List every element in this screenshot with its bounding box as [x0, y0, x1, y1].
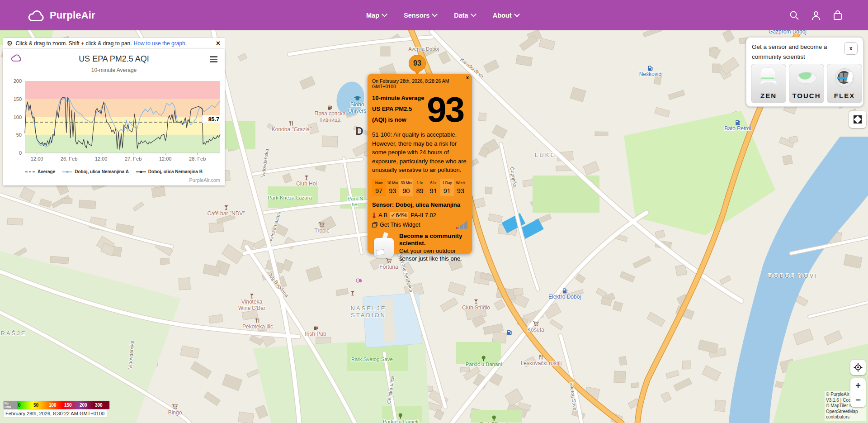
purpleair-logo[interactable]: PurpleAir	[26, 9, 95, 22]
aqi-scale: NoData 050100150200300 February 28th, 20…	[4, 401, 109, 418]
product-zen[interactable]: ZEN	[751, 64, 786, 103]
legend-item[interactable]: Doboj, ulica Nemanjina B	[136, 169, 203, 174]
legend-item[interactable]: Doboj, ulica Nemanjina A	[62, 169, 129, 174]
product-cards: ZEN TOUCH FLEX	[751, 64, 862, 103]
sensor-marker-value: 93	[409, 55, 426, 72]
no-data-label: NoData	[4, 401, 17, 409]
svg-text:200: 200	[14, 78, 22, 84]
thermometer-icon	[372, 212, 376, 219]
chart-legend: AverageDoboj, ulica Nemanjina ADoboj, ul…	[3, 169, 225, 174]
scale-segment: 300	[94, 401, 109, 409]
sensor-product-image	[372, 233, 396, 259]
get-sensor-panel: Get a sensor and become a community scie…	[746, 37, 863, 107]
fullscreen-button[interactable]	[849, 111, 866, 128]
popup-sensor-stats: A B ✓64% PA-II 7.02	[372, 212, 467, 219]
legend-item[interactable]: Average	[25, 169, 55, 174]
svg-text:50: 50	[16, 132, 22, 138]
popup-confidence: ✓64%	[390, 212, 408, 219]
nav-map[interactable]: Map	[366, 12, 387, 19]
svg-text:28. Feb: 28. Feb	[189, 156, 206, 162]
chevron-down-icon	[514, 11, 520, 17]
aqi-averages-table: Now9710 Min9330 Min901 hr896 hr911 Day91…	[372, 179, 467, 196]
touch-product-image	[797, 72, 816, 84]
header-icons	[789, 0, 843, 30]
aqi-table-column: 1 Day91	[440, 179, 454, 196]
svg-text:12:00: 12:00	[159, 156, 172, 162]
svg-text:100: 100	[14, 114, 22, 120]
cloud-icon	[26, 9, 46, 22]
zoom-out-button[interactable]: −	[850, 393, 866, 407]
chart-title: US EPA PM2.5 AQI	[3, 54, 225, 64]
locate-button[interactable]	[850, 360, 866, 375]
svg-text:150: 150	[14, 96, 22, 102]
aqi-table-column: 30 Min90	[399, 179, 413, 196]
svg-text:12:00: 12:00	[31, 156, 43, 162]
search-icon[interactable]	[789, 10, 800, 21]
popup-headline-lines: 10-minute Average US EPA PM2.5 (AQI) is …	[372, 93, 424, 126]
nav-sensors[interactable]: Sensors	[404, 12, 437, 19]
chevron-down-icon	[382, 11, 387, 17]
brand-name: PurpleAir	[50, 10, 95, 21]
promo-close-button[interactable]: x	[844, 42, 858, 55]
popup-promo-text: Become a community scientist. Get your o…	[399, 233, 467, 262]
svg-text:85.7: 85.7	[208, 116, 219, 123]
zoom-in-button[interactable]: +	[850, 378, 866, 393]
get-this-widget[interactable]: Get This Widget	[372, 221, 467, 229]
popup-hardware: PA-II 7.02	[410, 212, 436, 219]
sensor-marker[interactable]: 93	[409, 55, 426, 75]
scale-segment: 50	[33, 401, 48, 409]
popup-description: 51-100: Air quality is acceptable. Howev…	[372, 130, 467, 175]
chevron-down-icon	[432, 11, 438, 17]
popup-promo[interactable]: Become a community scientist. Get your o…	[372, 233, 467, 262]
account-icon[interactable]	[811, 10, 821, 21]
hint-text: Click & drag to zoom. Shift + click & dr…	[15, 40, 132, 47]
aqi-table-column: Now97	[372, 179, 386, 196]
fullscreen-icon	[853, 114, 863, 124]
scale-segment: 150	[63, 401, 79, 409]
top-nav-bar: PurpleAir Map Sensors Data About	[0, 0, 868, 30]
chart-plot-area[interactable]: 05010015020012:0026. Feb12:0027. Feb12:0…	[3, 76, 225, 166]
nav-about[interactable]: About	[493, 12, 519, 19]
aqi-table-column: 1 hr89	[413, 179, 426, 196]
graph-hint-bar: ⚙ Click & drag to zoom. Shift + click & …	[3, 38, 225, 49]
product-flex[interactable]: FLEX	[827, 64, 862, 103]
popup-sensor-name: Sensor: Doboj, ulica Nemanjina	[372, 201, 467, 208]
locate-icon	[854, 363, 863, 372]
chart-menu-icon[interactable]	[210, 56, 217, 64]
scale-segment: 200	[79, 401, 94, 409]
purpleair-map-page: Avenija DobojKarađorđevaGazprom DobojNeš…	[0, 0, 868, 423]
cart-icon[interactable]	[832, 10, 843, 21]
map-timestamp: February 28th, 2026, 8:30:22 AM GMT+0100	[4, 410, 107, 418]
flex-product-image	[835, 68, 854, 87]
gear-icon[interactable]: ⚙	[7, 39, 13, 48]
popup-channels[interactable]: A B	[378, 212, 387, 219]
scale-segment: 100	[48, 401, 63, 409]
aqi-table-column: 6 hr91	[427, 179, 440, 196]
nav-data[interactable]: Data	[454, 12, 475, 19]
svg-text:27. Feb: 27. Feb	[125, 156, 142, 162]
chevron-down-icon	[471, 11, 476, 17]
popup-close-icon[interactable]: x	[466, 75, 469, 80]
svg-text:26. Feb: 26. Feb	[61, 156, 77, 162]
sensor-popup: x On February 28th, 2026, 8:28:26 AM GMT…	[368, 74, 472, 254]
aqi-scale-bar: NoData 050100150200300	[4, 401, 109, 409]
popup-headline: 10-minute Average US EPA PM2.5 (AQI) is …	[372, 93, 467, 126]
signal-bars-icon	[456, 221, 468, 229]
chart-watermark: PurpleAir.com	[189, 177, 220, 183]
widget-icon	[372, 222, 377, 228]
get-sensor-text: Get a sensor and become a community scie…	[752, 42, 827, 62]
zoom-control: + −	[850, 378, 866, 407]
popup-aqi-value: 93	[427, 93, 463, 126]
chart-subtitle: 10-minute Average	[3, 67, 225, 73]
svg-text:12:00: 12:00	[95, 156, 108, 162]
how-to-use-graph-link[interactable]: How to use the graph.	[134, 40, 187, 47]
svg-text:0: 0	[19, 150, 22, 156]
main-nav: Map Sensors Data About	[366, 0, 519, 30]
close-graph-icon[interactable]: ×	[216, 39, 220, 48]
product-touch[interactable]: TOUCH	[789, 64, 824, 103]
scale-segment: 0	[17, 401, 33, 409]
aqi-table-column: Week93	[454, 179, 467, 196]
zen-product-image	[760, 68, 777, 85]
aqi-chart-panel: US EPA PM2.5 AQI 10-minute Average 05010…	[3, 49, 225, 185]
popup-timestamp: On February 28th, 2026, 8:28:26 AM GMT+0…	[372, 78, 467, 89]
